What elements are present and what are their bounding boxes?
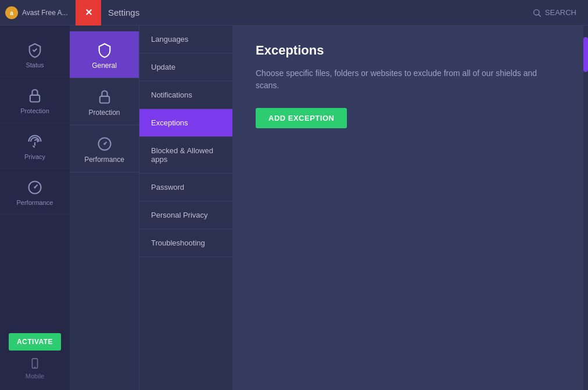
mobile-icon xyxy=(28,358,41,370)
right-scrollbar[interactable] xyxy=(583,26,588,390)
category-item-performance[interactable]: Performance xyxy=(70,125,139,172)
top-bar: a Avast Free A... ✕ Settings SEARCH xyxy=(0,0,588,26)
menu-item-exceptions[interactable]: Exceptions xyxy=(139,109,232,137)
avast-logo-icon: a xyxy=(5,6,19,20)
svg-rect-4 xyxy=(30,95,40,102)
svg-text:a: a xyxy=(10,10,13,16)
category-item-general[interactable]: General xyxy=(70,31,139,78)
lock-category-icon xyxy=(96,89,113,105)
lock-icon xyxy=(27,88,43,104)
sidebar-item-privacy-label: Privacy xyxy=(24,153,45,160)
svg-line-3 xyxy=(539,15,541,17)
menu-list: Languages Update Notifications Exception… xyxy=(139,26,232,390)
search-label: SEARCH xyxy=(545,8,576,17)
sidebar-item-mobile[interactable]: Mobile xyxy=(0,351,70,384)
svg-point-6 xyxy=(34,186,36,189)
category-protection-label: Protection xyxy=(88,109,120,117)
menu-item-languages[interactable]: Languages xyxy=(139,26,232,53)
shield-check-icon xyxy=(27,42,43,58)
search-icon xyxy=(532,8,542,17)
avast-logo-text: Avast Free A... xyxy=(22,9,67,17)
add-exception-button[interactable]: ADD EXCEPTION xyxy=(256,108,347,128)
category-sidebar: General Protection Performance xyxy=(70,26,139,390)
shield-icon xyxy=(96,42,113,58)
sidebar-item-privacy[interactable]: Privacy xyxy=(0,123,70,169)
fingerprint-icon xyxy=(27,133,43,150)
menu-item-troubleshooting[interactable]: Troubleshooting xyxy=(139,229,232,257)
category-general-label: General xyxy=(92,62,117,70)
menu-item-blocked-allowed-apps[interactable]: Blocked & Allowed apps xyxy=(139,137,232,174)
sidebar-item-status[interactable]: Status xyxy=(0,31,70,77)
activate-button[interactable]: ACTIVATE xyxy=(9,333,61,351)
page-title: Exceptions xyxy=(256,43,560,58)
top-bar-left: a Avast Free A... xyxy=(0,6,76,20)
search-area[interactable]: SEARCH xyxy=(532,8,588,17)
category-performance-label: Performance xyxy=(84,156,124,164)
sidebar-item-performance[interactable]: Performance xyxy=(0,169,70,215)
gauge-icon xyxy=(27,179,43,196)
close-button[interactable]: ✕ xyxy=(76,0,101,26)
svg-point-11 xyxy=(103,143,106,145)
menu-item-personal-privacy[interactable]: Personal Privacy xyxy=(139,201,232,229)
content-description: Choose specific files, folders or websit… xyxy=(256,67,546,92)
close-icon: ✕ xyxy=(85,7,92,18)
avast-logo: a Avast Free A... xyxy=(5,6,67,20)
sidebar-item-protection[interactable]: Protection xyxy=(0,77,70,123)
gauge-category-icon xyxy=(96,136,113,152)
scrollbar-thumb xyxy=(583,37,588,72)
menu-item-update[interactable]: Update xyxy=(139,53,232,81)
menu-item-password[interactable]: Password xyxy=(139,174,232,201)
sidebar-item-protection-label: Protection xyxy=(20,107,49,114)
main-layout: Status Protection Privacy xyxy=(0,26,588,390)
content-area: Exceptions Choose specific files, folder… xyxy=(232,26,583,390)
category-item-protection[interactable]: Protection xyxy=(70,78,139,125)
sidebar-item-mobile-label: Mobile xyxy=(26,373,44,380)
sidebar-bottom: ACTIVATE Mobile xyxy=(0,333,70,390)
settings-title: Settings xyxy=(101,8,532,17)
menu-item-notifications[interactable]: Notifications xyxy=(139,81,232,109)
svg-rect-9 xyxy=(99,96,109,103)
svg-point-2 xyxy=(533,9,539,15)
icon-sidebar: Status Protection Privacy xyxy=(0,26,70,390)
sidebar-item-status-label: Status xyxy=(26,62,44,68)
sidebar-item-performance-label: Performance xyxy=(17,199,53,206)
